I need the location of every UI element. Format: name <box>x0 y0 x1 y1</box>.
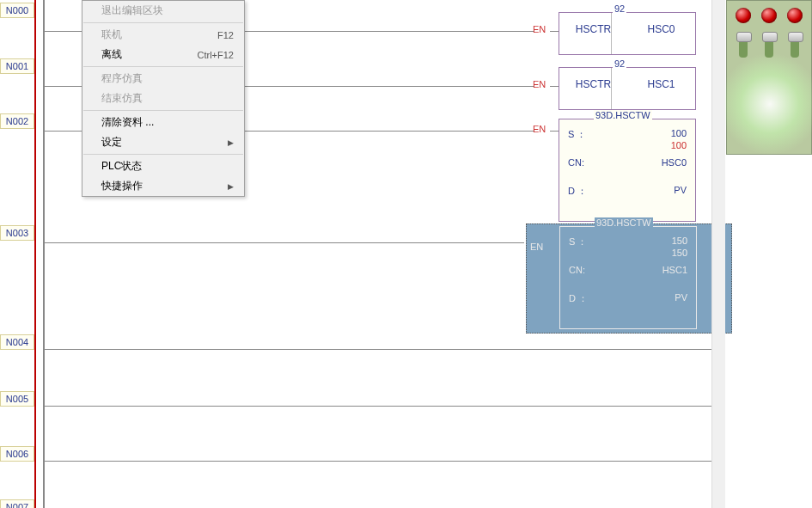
led-indicator <box>736 8 751 23</box>
menu-item-quick-ops[interactable]: 快捷操作▶ <box>82 176 244 196</box>
param-key: D ： <box>568 185 587 198</box>
param-value: HSC0 <box>662 157 687 168</box>
rung-label: N007 <box>0 499 34 508</box>
toggle-switch[interactable] <box>787 32 803 58</box>
instruction-op: HSCTR <box>559 23 627 35</box>
rung-wire[interactable] <box>550 86 559 87</box>
instruction-param: HSC1 <box>627 78 695 90</box>
menu-item-online: 联机F12 <box>82 25 244 45</box>
menu-item-simulate: 程序仿真 <box>82 69 244 89</box>
param-key: S ： <box>568 128 586 141</box>
menu-separator <box>83 154 243 155</box>
en-label: EN <box>530 242 543 252</box>
param-key: D ： <box>569 292 588 305</box>
led-indicator <box>761 8 777 23</box>
menu-item-offline[interactable]: 离线Ctrl+F12 <box>82 45 244 64</box>
toggle-switch[interactable] <box>761 32 777 58</box>
rung-wire[interactable] <box>45 406 715 407</box>
en-label: EN <box>533 24 546 34</box>
param-value-alt: 100 <box>671 140 687 150</box>
submenu-arrow-icon: ▶ <box>228 182 234 191</box>
toggle-switch[interactable] <box>736 32 751 58</box>
param-value: PV <box>675 292 687 303</box>
instruction-param: HSC0 <box>627 23 695 35</box>
instruction-box-hsctw[interactable]: 93D.HSCTW S ：100 100 CN:HSC0 D ：PV <box>559 119 696 222</box>
instruction-number: 92 <box>613 3 626 14</box>
rung-wire[interactable] <box>550 31 559 32</box>
param-value: HSC1 <box>662 265 687 275</box>
instruction-box-hsctw-selected[interactable]: EN 93D.HSCTW S ：150 150 CN:HSC1 D ：PV <box>526 223 732 334</box>
en-label: EN <box>533 124 546 134</box>
rung-label: N000 <box>0 3 34 18</box>
param-value: PV <box>674 185 687 195</box>
rung-label: N004 <box>0 334 34 350</box>
instruction-number: 93D.HSCTW <box>594 110 652 120</box>
rung-gutter: N000 N001 N002 N003 N004 N005 N006 N007 <box>0 0 36 508</box>
instruction-op: HSCTR <box>559 78 627 90</box>
rung-wire[interactable] <box>550 131 559 132</box>
rung-wire[interactable] <box>45 242 524 243</box>
menu-item-end-simulate: 结束仿真 <box>82 89 244 108</box>
param-value: 150 <box>672 236 687 246</box>
led-indicator <box>787 8 803 23</box>
rung-label: N003 <box>0 225 34 241</box>
en-label: EN <box>533 79 546 89</box>
rung-label: N001 <box>0 58 34 74</box>
rung-label: N006 <box>0 446 34 462</box>
instruction-box-hsctr[interactable]: 92 HSCTR HSC1 <box>559 67 696 110</box>
rung-label: N005 <box>0 391 34 407</box>
power-rail <box>43 0 45 508</box>
rung-wire[interactable] <box>45 349 715 350</box>
simulator-panel <box>726 0 812 155</box>
param-key: CN: <box>568 157 584 168</box>
menu-separator <box>83 22 243 23</box>
instruction-number: 92 <box>613 58 626 69</box>
param-key: CN: <box>569 265 585 275</box>
submenu-arrow-icon: ▶ <box>228 138 234 147</box>
vertical-scrollbar[interactable] <box>711 0 725 508</box>
param-value-alt: 150 <box>672 248 687 258</box>
menu-item-clear-data[interactable]: 清除资料 ... <box>82 113 244 132</box>
menu-separator <box>83 110 243 111</box>
rung-label: N002 <box>0 113 34 129</box>
panel-glow <box>718 52 812 156</box>
menu-item-exit-edit: 退出编辑区块 <box>82 1 244 21</box>
rung-wire[interactable] <box>45 461 715 462</box>
instruction-box-hsctr[interactable]: 92 HSCTR HSC0 <box>559 12 696 55</box>
instruction-number: 93D.HSCTW <box>595 217 653 228</box>
menu-item-settings[interactable]: 设定▶ <box>82 132 244 152</box>
param-value: 100 <box>671 128 687 138</box>
context-menu: 退出编辑区块 联机F12 离线Ctrl+F12 程序仿真 结束仿真 清除资料 .… <box>82 0 245 197</box>
menu-item-plc-status[interactable]: PLC状态 <box>82 156 244 176</box>
param-key: S ： <box>569 236 587 248</box>
menu-separator <box>83 66 243 67</box>
